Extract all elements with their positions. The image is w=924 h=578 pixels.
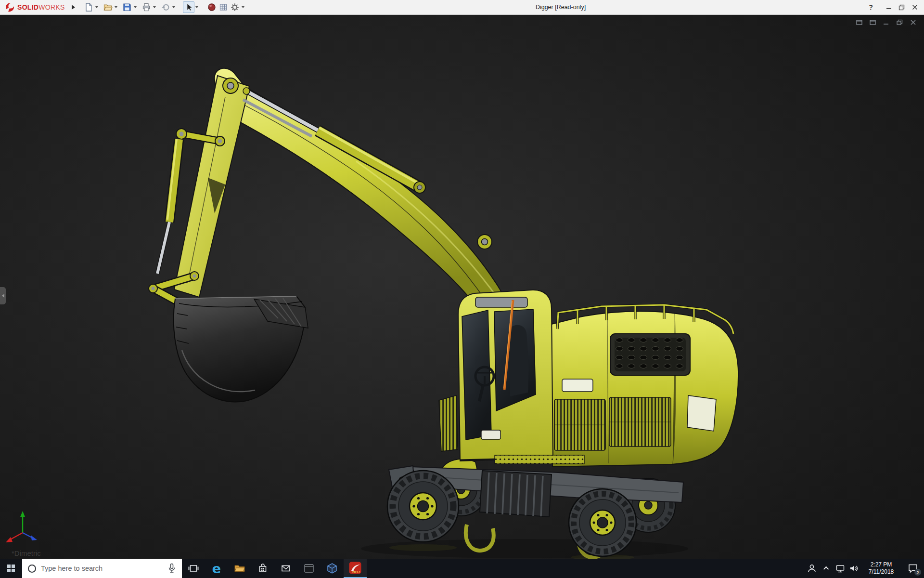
evaluate-grid-icon: [218, 2, 228, 12]
people-button[interactable]: [804, 559, 820, 578]
dropdown-chevron-icon[interactable]: [242, 6, 244, 8]
solidworks-app-icon: 2017: [348, 561, 362, 575]
solidworks-taskbar-button[interactable]: 2017: [344, 559, 367, 578]
taskbar-search[interactable]: [22, 559, 182, 578]
undo-button[interactable]: [160, 1, 171, 13]
taskbar: e 2017 2:27 PM 7/11/2018: [0, 559, 924, 578]
brand-works-text: WORKS: [38, 3, 64, 11]
search-input[interactable]: [41, 565, 167, 572]
dropdown-chevron-icon[interactable]: [153, 6, 156, 8]
boom-arm[interactable]: [215, 68, 504, 315]
maximize-button[interactable]: [895, 0, 908, 14]
task-view-icon: [188, 563, 199, 574]
new-document-icon: [84, 2, 93, 12]
microphone-icon[interactable]: [167, 563, 177, 574]
volume-button[interactable]: [847, 559, 860, 578]
evaluate-button[interactable]: [218, 1, 229, 13]
console-app-button[interactable]: [297, 559, 321, 578]
store-icon: [256, 562, 270, 575]
store-button[interactable]: [251, 559, 274, 578]
help-button[interactable]: ?: [864, 0, 877, 14]
cube-icon: [326, 562, 338, 575]
tray-overflow-button[interactable]: [820, 559, 834, 578]
doc-window-icon[interactable]: [869, 19, 877, 26]
select-tool-button[interactable]: [183, 1, 194, 13]
front-vent: [439, 395, 458, 451]
bucket[interactable]: [174, 296, 308, 402]
print-button[interactable]: [141, 1, 152, 13]
brand-solid-text: SOLID: [17, 3, 38, 11]
search-icon: [28, 565, 36, 573]
bucket-hydraulic-cylinder[interactable]: [157, 139, 179, 274]
save-button[interactable]: [121, 1, 133, 13]
roof-glass: [475, 297, 527, 307]
side-panel: [562, 379, 593, 392]
cab-step: [481, 430, 500, 439]
task-view-button[interactable]: [182, 559, 205, 578]
front-wheel[interactable]: [387, 471, 459, 542]
doc-restore-icon[interactable]: [896, 19, 904, 26]
graphics-viewport[interactable]: *Dimetric: [0, 15, 924, 559]
options-button[interactable]: [229, 1, 241, 13]
notification-count-badge: 2: [914, 569, 921, 576]
system-tray: 2:27 PM 7/11/2018 2: [804, 559, 924, 578]
minimize-icon: [886, 4, 892, 10]
titlebar: SOLIDWORKS Digger [Re: [0, 0, 924, 15]
speaker-icon: [848, 563, 859, 574]
dropdown-chevron-icon[interactable]: [134, 6, 137, 8]
console-window-icon: [303, 562, 315, 575]
chevron-up-icon: [823, 566, 829, 572]
undo-icon: [161, 2, 170, 12]
save-icon: [122, 2, 132, 12]
chevron-left-icon: [2, 294, 4, 298]
restore-icon: [898, 4, 905, 11]
doc-window-icon[interactable]: [855, 19, 863, 26]
dropdown-chevron-icon[interactable]: [115, 6, 117, 8]
cab[interactable]: [439, 290, 553, 461]
network-icon: [835, 563, 846, 574]
edge-button[interactable]: e: [205, 559, 228, 578]
doc-minimize-icon[interactable]: [882, 19, 890, 26]
appearance-sphere-icon: [207, 2, 217, 12]
mail-button[interactable]: [274, 559, 297, 578]
view-orientation-label: *Dimetric: [12, 549, 41, 557]
excavator-model[interactable]: [0, 15, 924, 559]
rear-wheel[interactable]: [569, 489, 636, 556]
select-arrow-icon: [184, 2, 193, 12]
file-explorer-icon: [233, 562, 246, 575]
file-explorer-button[interactable]: [228, 559, 251, 578]
people-icon: [806, 562, 818, 575]
close-button[interactable]: [908, 0, 921, 14]
seat: [508, 325, 529, 396]
solidworks-logo: SOLIDWORKS: [4, 2, 65, 13]
dassault-ds-icon: [4, 2, 15, 13]
start-button[interactable]: [0, 559, 22, 578]
orientation-triad: [6, 511, 37, 542]
dropdown-chevron-icon[interactable]: [95, 6, 98, 8]
windows-logo-icon: [7, 565, 15, 572]
close-icon: [912, 4, 918, 10]
open-folder-icon: [103, 2, 113, 12]
print-icon: [141, 2, 151, 12]
tray-date: 7/11/2018: [860, 568, 902, 576]
menu-flyout-arrow-icon[interactable]: [72, 5, 75, 10]
minimize-button[interactable]: [882, 0, 895, 14]
doc-close-icon[interactable]: [909, 19, 917, 26]
tray-clock[interactable]: 2:27 PM 7/11/2018: [860, 559, 902, 578]
featuremanager-flyout-tab[interactable]: [0, 287, 6, 304]
cube-app-button[interactable]: [321, 559, 344, 578]
open-button[interactable]: [102, 1, 114, 13]
appearance-button[interactable]: [206, 1, 218, 13]
network-button[interactable]: [834, 559, 847, 578]
edge-icon: e: [212, 562, 221, 575]
action-center-button[interactable]: 2: [902, 559, 924, 578]
dropdown-chevron-icon[interactable]: [195, 6, 198, 8]
stick-arm[interactable]: [174, 76, 249, 297]
dropdown-chevron-icon[interactable]: [172, 6, 175, 8]
quick-access-toolbar: [83, 1, 248, 13]
engine-body[interactable]: [552, 305, 738, 467]
new-document-button[interactable]: [83, 1, 94, 13]
svg-text:2017: 2017: [352, 570, 360, 574]
gear-icon: [230, 2, 240, 12]
tray-time: 2:27 PM: [860, 561, 902, 568]
